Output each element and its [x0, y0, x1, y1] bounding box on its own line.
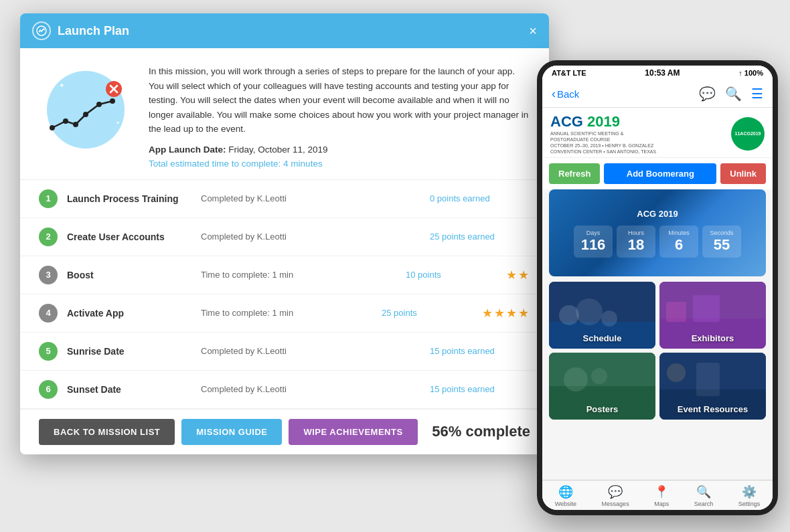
step-points-6: 15 points earned	[430, 384, 530, 394]
countdown-seconds: Seconds 55	[702, 226, 741, 258]
completion-percentage: 56% complete	[432, 423, 530, 440]
table-row: 4 Activate App Time to complete: 1 min 2…	[20, 294, 549, 333]
maps-icon: 📍	[654, 484, 669, 499]
search-icon[interactable]: 🔍	[725, 86, 742, 102]
modal-header-left: Launch Plan	[32, 21, 129, 40]
status-carrier: AT&T LTE	[552, 69, 586, 77]
chat-icon[interactable]: 💬	[699, 86, 716, 102]
step-name-3: Boost	[67, 270, 201, 280]
svg-text:✦: ✦	[116, 120, 120, 125]
posters-tile[interactable]: Posters	[549, 353, 655, 420]
grid-row-1: Schedule Exhibitors	[549, 282, 766, 349]
svg-point-17	[559, 305, 579, 325]
modal-footer: BACK TO MISSION LIST MISSION GUIDE WIPE …	[20, 409, 549, 454]
svg-point-26	[564, 367, 588, 391]
step-points-1: 0 points earned	[430, 193, 530, 203]
steps-list: 1 Launch Process Training Completed by K…	[20, 179, 549, 409]
acg-logo: ACG 2019 ANNUAL SCIENTIFIC MEETING & POS…	[550, 113, 657, 155]
modal-close-button[interactable]: ×	[529, 24, 537, 37]
step-points-3: 10 points	[406, 270, 506, 280]
step-status-4: Time to complete: 1 min	[201, 308, 382, 318]
svg-point-9	[83, 112, 88, 117]
svg-point-6	[50, 125, 55, 130]
grid-section: Schedule Exhibitors	[542, 282, 773, 480]
bottom-nav: 🌐 Website 💬 Messages 📍 Maps 🔍 Search ⚙️ …	[542, 480, 773, 510]
modal-header: Launch Plan ×	[20, 13, 549, 48]
back-button[interactable]: ‹ Back	[552, 87, 699, 101]
step-number-3: 3	[39, 266, 58, 284]
svg-point-10	[96, 102, 102, 107]
phone-nav-bar: ‹ Back 💬 🔍 ☰	[542, 80, 773, 108]
bottom-nav-messages[interactable]: 💬 Messages	[602, 484, 629, 507]
unlink-button[interactable]: Unlink	[720, 163, 766, 184]
mission-guide-button[interactable]: MISSION GUIDE	[181, 419, 282, 445]
step-name-5: Sunrise Date	[67, 346, 201, 357]
bottom-nav-website[interactable]: 🌐 Website	[555, 484, 576, 507]
acg-subtitle: ANNUAL SCIENTIFIC MEETING & POSTGRADUATE…	[550, 130, 657, 155]
step-points-2: 25 points earned	[430, 232, 530, 242]
refresh-button[interactable]: Refresh	[549, 163, 600, 184]
exhibitors-tile[interactable]: Exhibitors	[659, 282, 766, 349]
table-row: 5 Sunrise Date Completed by K.Leotti 15 …	[20, 333, 549, 371]
back-to-mission-list-button[interactable]: BACK TO MISSION LIST	[39, 419, 175, 445]
svg-point-30	[667, 363, 686, 382]
search-bottom-icon: 🔍	[696, 484, 711, 499]
modal-title: Launch Plan	[58, 24, 129, 38]
estimated-time: Total estimated time to complete: 4 minu…	[149, 159, 530, 169]
launch-plan-modal: Launch Plan × ✦ ✦ ✦ ✦	[20, 13, 549, 454]
countdown-minutes: Minutes 6	[659, 226, 698, 258]
countdown-hours: Hours 18	[617, 226, 655, 258]
modal-intro: ✦ ✦ ✦ ✦	[20, 48, 549, 179]
wipe-achievements-button[interactable]: WIPE ACHIEVEMENTS	[289, 419, 417, 445]
bottom-nav-maps[interactable]: 📍 Maps	[654, 484, 669, 507]
app-logo	[32, 21, 51, 40]
step-number-1: 1	[39, 189, 58, 208]
launch-date-value: Friday, October 11, 2019	[228, 145, 327, 155]
svg-point-8	[73, 122, 78, 127]
menu-icon[interactable]: ☰	[751, 86, 763, 102]
svg-rect-23	[693, 295, 720, 322]
modal-chart: ✦ ✦ ✦ ✦	[39, 64, 133, 151]
acg-title-row: ACG 2019	[550, 113, 657, 130]
estimated-value: 4 minutes	[283, 159, 323, 169]
step-stars-3: ★★	[506, 268, 530, 282]
event-resources-tile[interactable]: Event Resources	[659, 353, 766, 420]
svg-rect-31	[696, 363, 720, 396]
step-status-2: Completed by K.Leotti	[201, 232, 430, 242]
bottom-nav-search[interactable]: 🔍 Search	[694, 484, 714, 507]
phone-screen: AT&T LTE 10:53 AM ↑ 100% ‹ Back 💬 🔍 ☰	[542, 66, 773, 510]
settings-icon: ⚙️	[742, 484, 757, 499]
action-buttons-row: Refresh Add Boomerang Unlink	[542, 158, 773, 189]
countdown-days: Days 116	[574, 226, 613, 258]
step-name-6: Sunset Date	[67, 384, 201, 395]
step-status-3: Time to complete: 1 min	[201, 270, 406, 280]
svg-point-11	[110, 98, 115, 104]
svg-point-27	[591, 368, 607, 384]
launch-date-label: App Launch Date:	[149, 145, 226, 155]
grid-row-2: Posters Event Resources	[549, 353, 766, 420]
table-row: 2 Create User Accounts Completed by K.Le…	[20, 218, 549, 256]
bottom-nav-settings[interactable]: ⚙️ Settings	[738, 484, 761, 507]
step-number-4: 4	[39, 304, 58, 323]
svg-point-18	[576, 298, 603, 325]
estimated-label: Total estimated time to complete:	[149, 159, 281, 169]
step-name-2: Create User Accounts	[67, 232, 201, 242]
step-number-2: 2	[39, 228, 58, 246]
table-row: 6 Sunset Date Completed by K.Leotti 15 p…	[20, 371, 549, 409]
status-time: 10:53 AM	[645, 68, 680, 78]
modal-description: In this mission, you will work through a…	[149, 64, 530, 137]
svg-point-19	[601, 311, 617, 327]
countdown-card: ACG 2019 Days 116 Hours 18 Minutes 6	[549, 189, 766, 276]
svg-rect-22	[666, 302, 686, 322]
step-stars-4: ★★★★	[482, 306, 530, 321]
acg-prefix: ACG	[550, 113, 587, 130]
schedule-tile[interactable]: Schedule	[549, 282, 655, 349]
launch-date: App Launch Date: Friday, October 11, 201…	[149, 145, 530, 155]
status-bar: AT&T LTE 10:53 AM ↑ 100%	[542, 66, 773, 80]
table-row: 1 Launch Process Training Completed by K…	[20, 180, 549, 218]
countdown-title: ACG 2019	[637, 209, 678, 219]
status-battery: ↑ 100%	[738, 69, 763, 77]
add-boomerang-button[interactable]: Add Boomerang	[604, 163, 716, 184]
mobile-phone: AT&T LTE 10:53 AM ↑ 100% ‹ Back 💬 🔍 ☰	[537, 60, 778, 515]
step-points-5: 15 points earned	[430, 346, 530, 356]
